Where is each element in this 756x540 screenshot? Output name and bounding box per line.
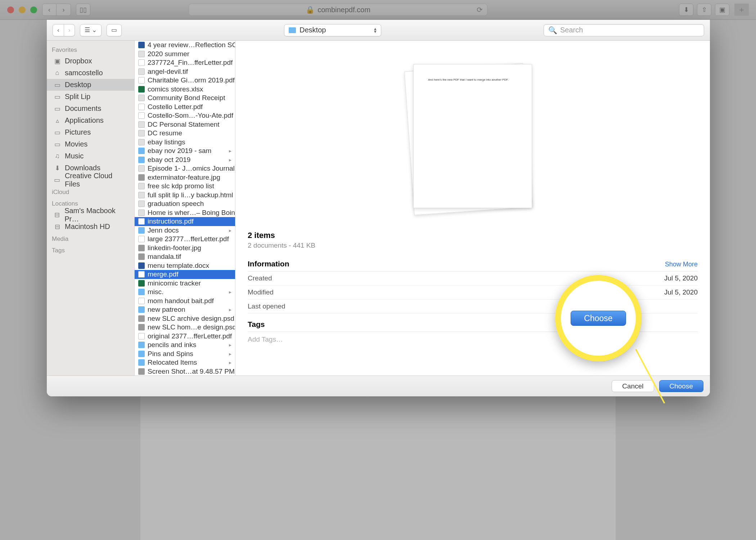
folder-icon [138,359,145,366]
file-row[interactable]: original 2377…fferLetter.pdf [135,332,235,341]
group-button[interactable]: ▭ [107,24,122,36]
sidebar-item-creative-cloud-files[interactable]: ▭Creative Cloud Files [47,174,134,186]
picker-toolbar: ‹ › ☰ ⌄ ▭ Desktop ▴▾ 🔍 Search [47,20,710,41]
file-name: full split lip li…y backup.html [148,191,233,199]
file-row[interactable]: Pins and Spins▸ [135,350,235,359]
file-row[interactable]: instructions.pdf [135,217,235,226]
doc-icon [138,183,145,189]
pdf-icon [138,236,145,242]
info-created-row: Created Jul 5, 2020 [248,271,698,285]
file-row[interactable]: Jenn docs▸ [135,226,235,235]
file-name: Costello Letter.pdf [148,103,203,111]
doc-icon [138,139,145,145]
chevron-right-icon: ▸ [229,228,231,233]
file-row[interactable]: pencils and inks▸ [135,341,235,350]
file-row[interactable]: large 23777…fferLetter.pdf [135,235,235,244]
sidebar-item-music[interactable]: ♫Music [47,150,134,162]
file-name: pencils and inks [148,341,196,349]
sidebar-item-desktop[interactable]: ▭Desktop [47,79,134,91]
file-row[interactable]: ebay oct 2019▸ [135,156,235,165]
xls-icon [138,280,145,287]
file-row[interactable]: Costello-Som…-You-Ate.pdf [135,111,235,120]
file-name: linkedin-footer.jpg [148,244,201,252]
sidebar-item-icon: ▭ [53,105,61,112]
sidebar-heading-tags: Tags [47,244,134,256]
sidebar-item-dropbox[interactable]: ▣Dropbox [47,55,134,67]
sidebar-item-samcostello[interactable]: ⌂samcostello [47,67,134,79]
sidebar-item-movies[interactable]: ▭Movies [47,138,134,150]
search-input[interactable]: 🔍 Search [544,24,704,36]
file-row[interactable]: ebay listings [135,138,235,147]
search-icon: 🔍 [548,26,557,35]
file-row[interactable]: mandala.tif [135,252,235,261]
file-name: ebay listings [148,138,185,146]
file-row[interactable]: linkedin-footer.jpg [135,244,235,253]
file-row[interactable]: new patreon▸ [135,305,235,314]
sidebar-heading-media: Media [47,233,134,244]
file-list-column[interactable]: 4 year review…Reflection SC2020 summer23… [135,41,235,375]
sidebar-item-icon: ⬇ [53,165,61,171]
file-row[interactable]: Episode 1- J…omics Journal [135,164,235,173]
file-row[interactable]: 4 year review…Reflection SC [135,41,235,50]
file-row[interactable]: exterminator-feature.jpg [135,173,235,182]
show-more-link[interactable]: Show More [665,261,698,268]
file-row[interactable]: Home is wher…– Boing Boing [135,208,235,217]
file-row[interactable]: new SLC hom…e design.psd [135,323,235,332]
view-mode-button[interactable]: ☰ ⌄ [80,24,102,36]
location-select[interactable]: Desktop ▴▾ [284,24,381,36]
doc-icon [138,165,145,172]
file-name: angel-devil.tif [148,68,188,76]
file-row[interactable]: misc.▸ [135,288,235,297]
folder-icon [138,306,145,313]
sidebar-item-label: Sam's Macbook Pr… [64,207,129,223]
file-name: Relocated Items [148,359,197,366]
folder-icon [138,157,145,163]
sidebar-item-pictures[interactable]: ▭Pictures [47,126,134,138]
sidebar-item-sam-s-macbook-pr-[interactable]: ⊟Sam's Macbook Pr… [47,209,134,221]
file-row[interactable]: minicomic tracker [135,279,235,288]
sidebar-item-documents[interactable]: ▭Documents [47,103,134,114]
file-row[interactable]: Charitable Gi…orm 2019.pdf [135,76,235,85]
pdf-icon [138,298,145,304]
chevron-right-icon: ▸ [229,148,231,154]
file-row[interactable]: new SLC archive design.psd [135,314,235,323]
sidebar-item-icon: ▭ [53,141,61,148]
file-name: original 2377…fferLetter.pdf [148,332,232,340]
file-row[interactable]: ebay nov 2019 - sam▸ [135,147,235,156]
img-icon [138,315,145,322]
picker-back-button[interactable]: ‹ [53,24,64,36]
file-row[interactable]: merge.pdf [135,270,235,279]
picker-forward-button[interactable]: › [64,24,75,36]
file-row[interactable]: DC resume [135,129,235,138]
file-row[interactable]: DC Personal Statement [135,120,235,129]
sidebar-item-applications[interactable]: ▵Applications [47,114,134,126]
file-row[interactable]: full split lip li…y backup.html [135,191,235,200]
preview-thumbnails: And here's the new PDF that I want to me… [248,48,698,224]
file-row[interactable]: graduation speech [135,199,235,208]
folder-icon [138,148,145,154]
sidebar-item-icon: ⌂ [53,70,61,76]
sidebar-item-label: Macintosh HD [65,222,110,231]
sidebar-item-label: Documents [65,104,101,113]
file-row[interactable]: Screen Shot…at 9.48.57 PM [135,367,235,376]
cancel-button[interactable]: Cancel [612,380,654,392]
file-row[interactable]: free slc kdp promo list [135,182,235,191]
file-row[interactable]: 2377724_Fin…fferLetter.pdf [135,58,235,67]
preview-info-heading: Information Show More [248,260,698,271]
img-icon [138,253,145,260]
file-row[interactable]: menu template.docx [135,261,235,270]
file-row[interactable]: mom handout bait.pdf [135,297,235,306]
pdf-icon [138,333,145,339]
choose-button[interactable]: Choose [659,380,704,392]
folder-icon [138,342,145,348]
file-row[interactable]: angel-devil.tif [135,67,235,76]
file-row[interactable]: Community Bond Receipt [135,94,235,103]
word-icon [138,262,145,269]
file-row[interactable]: 2020 summer [135,50,235,59]
file-name: Costello-Som…-You-Ate.pdf [148,112,233,120]
sidebar-item-split-lip[interactable]: ▭Split Lip [47,91,134,103]
file-row[interactable]: Costello Letter.pdf [135,103,235,112]
file-row[interactable]: Relocated Items▸ [135,358,235,367]
sidebar-item-icon: ▵ [53,117,61,124]
file-row[interactable]: comics stores.xlsx [135,85,235,94]
